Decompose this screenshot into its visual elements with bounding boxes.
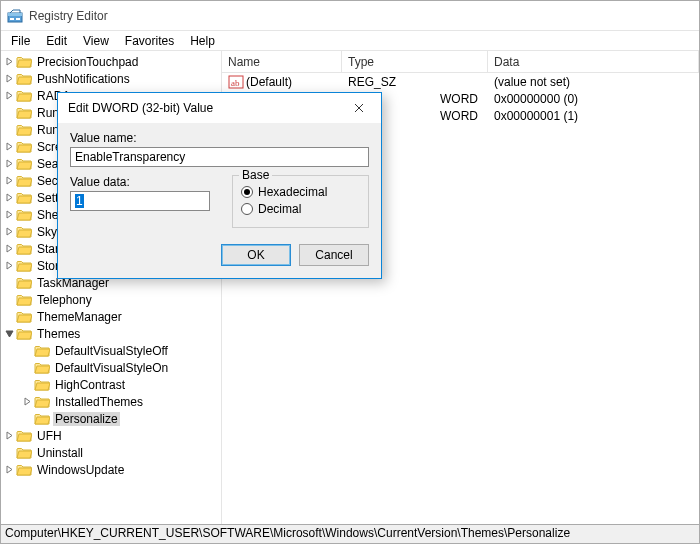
chevron-down-icon[interactable] [3, 329, 16, 338]
folder-icon [16, 157, 32, 171]
folder-icon [16, 106, 32, 120]
svg-rect-3 [16, 18, 20, 20]
tree-item[interactable]: PrecisionTouchpad [1, 53, 221, 70]
tree-item[interactable]: Telephony [1, 291, 221, 308]
folder-icon [16, 327, 32, 341]
col-header-type[interactable]: Type [342, 51, 488, 72]
menubar: File Edit View Favorites Help [1, 31, 699, 51]
tree-item-label: WindowsUpdate [35, 463, 126, 477]
radio-decimal[interactable]: Decimal [241, 202, 360, 216]
folder-icon [16, 174, 32, 188]
value-data: (value not set) [488, 75, 699, 89]
tree-item[interactable]: ThemeManager [1, 308, 221, 325]
value-type: REG_SZ [342, 75, 488, 89]
menu-file[interactable]: File [3, 33, 38, 49]
tree-item[interactable]: Personalize [1, 410, 221, 427]
folder-icon [16, 140, 32, 154]
folder-icon [34, 378, 50, 392]
folder-icon [16, 259, 32, 273]
valuename-input[interactable] [70, 147, 369, 167]
folder-icon [16, 293, 32, 307]
chevron-right-icon[interactable] [3, 227, 16, 236]
menu-view[interactable]: View [75, 33, 117, 49]
folder-icon [34, 361, 50, 375]
chevron-right-icon[interactable] [3, 91, 16, 100]
tree-item[interactable]: WindowsUpdate [1, 461, 221, 478]
tree-item[interactable]: Themes [1, 325, 221, 342]
value-name: (Default) [246, 75, 292, 89]
tree-item-label: PrecisionTouchpad [35, 55, 140, 69]
titlebar: Registry Editor [1, 1, 699, 31]
chevron-right-icon[interactable] [3, 176, 16, 185]
chevron-right-icon[interactable] [3, 431, 16, 440]
radio-hex-label: Hexadecimal [258, 185, 327, 199]
svg-text:ab: ab [231, 78, 240, 88]
folder-icon [16, 89, 32, 103]
base-legend: Base [239, 168, 272, 182]
tree-item[interactable]: DefaultVisualStyleOff [1, 342, 221, 359]
tree-item-label: Uninstall [35, 446, 85, 460]
tree-item[interactable]: HighContrast [1, 376, 221, 393]
statusbar: Computer\HKEY_CURRENT_USER\SOFTWARE\Micr… [1, 524, 699, 543]
valuedata-label: Value data: [70, 175, 218, 189]
radio-hexadecimal[interactable]: Hexadecimal [241, 185, 360, 199]
folder-icon [16, 310, 32, 324]
tree-item-label: HighContrast [53, 378, 127, 392]
cancel-button[interactable]: Cancel [299, 244, 369, 266]
menu-help[interactable]: Help [182, 33, 223, 49]
svg-rect-2 [10, 18, 14, 20]
chevron-right-icon[interactable] [3, 261, 16, 270]
tree-item-label: Telephony [35, 293, 94, 307]
menu-favorites[interactable]: Favorites [117, 33, 182, 49]
close-icon[interactable] [339, 94, 379, 122]
list-header: Name Type Data [222, 51, 699, 73]
base-fieldset: Base Hexadecimal Decimal [232, 175, 369, 228]
tree-item[interactable]: PushNotifications [1, 70, 221, 87]
valuedata-input[interactable]: 1 [70, 191, 210, 211]
value-data: 0x00000001 (1) [488, 109, 699, 123]
tree-item[interactable]: DefaultVisualStyleOn [1, 359, 221, 376]
svg-rect-1 [8, 13, 22, 16]
tree-item-label: Personalize [53, 412, 120, 426]
menu-edit[interactable]: Edit [38, 33, 75, 49]
tree-item-label: UFH [35, 429, 64, 443]
tree-item-label: DefaultVisualStyleOn [53, 361, 170, 375]
folder-icon [16, 123, 32, 137]
status-path: Computer\HKEY_CURRENT_USER\SOFTWARE\Micr… [5, 526, 570, 540]
radio-dec-label: Decimal [258, 202, 301, 216]
chevron-right-icon[interactable] [3, 193, 16, 202]
tree-item-label: InstalledThemes [53, 395, 145, 409]
col-header-data[interactable]: Data [488, 51, 699, 72]
chevron-right-icon[interactable] [3, 57, 16, 66]
ok-label: OK [247, 248, 264, 262]
list-row[interactable]: ab(Default)REG_SZ(value not set) [222, 73, 699, 90]
chevron-right-icon[interactable] [3, 465, 16, 474]
ok-button[interactable]: OK [221, 244, 291, 266]
valuename-label: Value name: [70, 131, 369, 145]
folder-icon [16, 191, 32, 205]
col-header-name[interactable]: Name [222, 51, 342, 72]
folder-icon [34, 412, 50, 426]
folder-icon [16, 429, 32, 443]
valuedata-value: 1 [75, 194, 84, 208]
folder-icon [16, 55, 32, 69]
dialog-title-text: Edit DWORD (32-bit) Value [68, 101, 213, 115]
chevron-right-icon[interactable] [3, 74, 16, 83]
edit-dword-dialog: Edit DWORD (32-bit) Value Value name: Va… [57, 92, 382, 279]
chevron-right-icon[interactable] [3, 142, 16, 151]
tree-item-label: PushNotifications [35, 72, 132, 86]
cancel-label: Cancel [315, 248, 352, 262]
tree-item[interactable]: Uninstall [1, 444, 221, 461]
tree-item-label: Themes [35, 327, 82, 341]
app-title: Registry Editor [29, 9, 108, 23]
tree-item[interactable]: InstalledThemes [1, 393, 221, 410]
tree-item[interactable]: UFH [1, 427, 221, 444]
tree-item-label: ThemeManager [35, 310, 124, 324]
folder-icon [16, 208, 32, 222]
dialog-titlebar[interactable]: Edit DWORD (32-bit) Value [58, 93, 381, 123]
chevron-right-icon[interactable] [3, 159, 16, 168]
chevron-right-icon[interactable] [21, 397, 34, 406]
chevron-right-icon[interactable] [3, 244, 16, 253]
chevron-right-icon[interactable] [3, 210, 16, 219]
radio-dot-dec-icon [241, 203, 253, 215]
